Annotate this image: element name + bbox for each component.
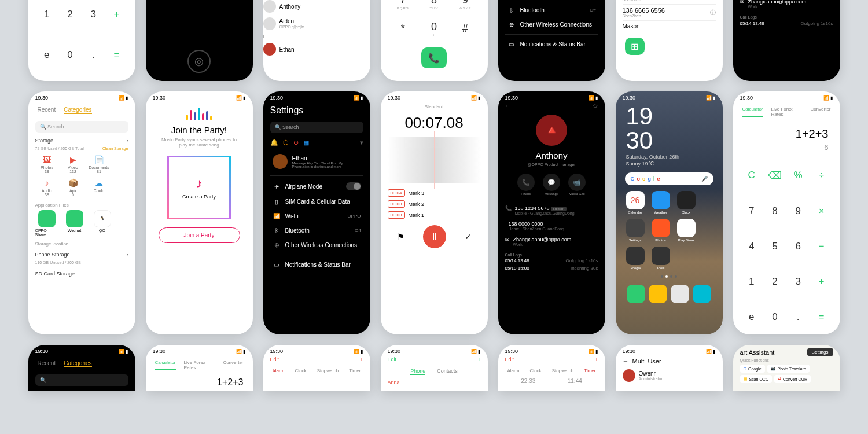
storage-section[interactable]: Storage›: [35, 135, 128, 146]
key-plus[interactable]: +: [105, 0, 128, 35]
clean-storage[interactable]: Clean Storage: [102, 146, 128, 150]
app-calendar[interactable]: 26Calendar: [625, 191, 646, 214]
airplane-mode[interactable]: ✈Airplane Mode: [270, 178, 363, 194]
tab-categories[interactable]: Categories: [64, 360, 91, 367]
fingerprint-icon[interactable]: ◎: [187, 50, 211, 73]
edit[interactable]: Edit: [505, 356, 514, 362]
key-9[interactable]: 9WXYZ: [454, 0, 476, 13]
pause-button[interactable]: ⏸: [423, 225, 446, 248]
key-8[interactable]: 8TUV: [423, 0, 445, 13]
dock-3[interactable]: [670, 285, 690, 304]
dock-1[interactable]: [626, 285, 646, 304]
contact-item[interactable]: Ethan: [263, 41, 370, 58]
call-button[interactable]: 📞: [421, 47, 447, 68]
tab-calc[interactable]: Calculator: [742, 106, 763, 117]
qf-google[interactable]: GGoogle: [740, 365, 765, 373]
email[interactable]: ✉Zhangxiaoou@oppo.comWork: [505, 234, 598, 249]
search-input[interactable]: 🔍 Search: [35, 121, 128, 133]
edit[interactable]: Edit: [388, 356, 397, 362]
dock-4[interactable]: [692, 285, 712, 304]
app-settings[interactable]: Settings: [625, 219, 646, 242]
key-del[interactable]: ⌫: [763, 157, 786, 193]
app-tools[interactable]: Tools: [650, 247, 671, 270]
key-star[interactable]: *: [392, 17, 414, 39]
app-google[interactable]: Google: [625, 247, 646, 270]
key-sub[interactable]: −: [810, 229, 833, 264]
key-0[interactable]: 0: [763, 299, 786, 334]
app-wechat[interactable]: Wechat: [63, 210, 86, 237]
app-clock[interactable]: Clock: [676, 191, 697, 214]
app-qq[interactable]: 🐧QQ: [91, 210, 114, 237]
join-party-button[interactable]: Join a Party: [159, 227, 240, 243]
mark-item[interactable]: 00:03Mark 1: [388, 209, 481, 220]
phone-storage[interactable]: Phone Storage›: [35, 249, 128, 260]
phone-1[interactable]: 📞138 1234 5678 RecentMobile · GuangZhou,…: [505, 203, 598, 218]
app-photos[interactable]: Photos: [650, 219, 671, 242]
key-eq[interactable]: =: [810, 299, 833, 334]
key-8[interactable]: 8: [763, 193, 786, 229]
cat-apk[interactable]: 📦Apk6: [61, 177, 85, 198]
key-2[interactable]: 2: [58, 0, 82, 35]
settings-notifications[interactable]: ▭Notifications & Status Bar: [505, 37, 598, 52]
google-search[interactable]: Google🎤: [625, 172, 713, 185]
edit[interactable]: Edit: [270, 356, 279, 362]
dock-2[interactable]: [648, 285, 668, 304]
wireless[interactable]: ⊕Other Wireless Connections: [270, 238, 363, 252]
user-account[interactable]: EthanMessage Hey Tap Cloud,Find My Phone…: [270, 150, 363, 173]
add[interactable]: +: [477, 356, 480, 362]
user-owner[interactable]: OwenrAdministrator: [623, 367, 716, 384]
settings-btn[interactable]: Settings: [807, 348, 833, 356]
key-1[interactable]: 1: [35, 0, 58, 35]
email[interactable]: ✉Zhangxiaoou@oppo.comWork: [740, 0, 833, 12]
key-3[interactable]: 3: [786, 264, 810, 299]
app-weather[interactable]: Weather: [650, 191, 671, 214]
key-clear[interactable]: C: [740, 157, 763, 193]
contact-item[interactable]: AidenOPPO 设计师: [263, 15, 370, 32]
key-6[interactable]: 6: [786, 229, 810, 264]
key-7[interactable]: 7: [740, 193, 763, 229]
key-dot[interactable]: .: [786, 299, 810, 334]
qf-convert[interactable]: ⇄Convert OUR: [774, 375, 811, 383]
search[interactable]: 🔍: [35, 374, 128, 386]
key-0[interactable]: 0+: [423, 17, 445, 39]
cat-photos[interactable]: 🖼Photos38: [35, 154, 59, 175]
key-dot[interactable]: .: [82, 35, 105, 75]
create-party-button[interactable]: ♪ Create a Party: [167, 156, 231, 219]
add[interactable]: +: [360, 356, 363, 362]
flag-button[interactable]: ⚑: [397, 232, 404, 241]
app-playstore[interactable]: ▶Play Store: [676, 219, 697, 242]
key-1[interactable]: 1: [740, 264, 763, 299]
key-add[interactable]: +: [810, 264, 833, 299]
key-hash[interactable]: #: [454, 17, 476, 39]
tab-recent[interactable]: Recent: [38, 106, 56, 114]
done-button[interactable]: ✓: [465, 232, 472, 241]
sim-card[interactable]: ▯SIM Card & Cellular Data: [270, 194, 363, 209]
wifi[interactable]: 📶Wi-FiOPPO: [270, 209, 363, 223]
cat-audio[interactable]: ♪Audio38: [35, 177, 59, 198]
tab-recent[interactable]: Recent: [38, 360, 56, 367]
tab-forex[interactable]: Live Forex Rates: [771, 106, 803, 117]
star-button[interactable]: ☆: [592, 102, 598, 110]
key-9[interactable]: 9: [786, 193, 810, 229]
settings-wireless[interactable]: ⊕Other Wireless Connections: [505, 17, 598, 32]
cat-cloud[interactable]: ☁Could: [87, 177, 111, 198]
key-3[interactable]: 3: [82, 0, 105, 35]
key-e[interactable]: e: [35, 35, 58, 75]
video-action[interactable]: 📹: [568, 174, 586, 191]
add[interactable]: +: [595, 356, 598, 362]
key-pct[interactable]: %: [786, 157, 810, 193]
message-action[interactable]: 💬: [543, 174, 560, 191]
key-e[interactable]: e: [740, 299, 763, 334]
key-0[interactable]: 0: [58, 35, 82, 75]
log-item[interactable]: 138 0000 0000ShenZhenⓘ: [623, 0, 716, 5]
qf-photo[interactable]: 📷Photo Translate: [767, 365, 810, 373]
log-item[interactable]: 136 6665 6556ShenZhenⓘ: [623, 5, 716, 21]
key-5[interactable]: 5: [763, 229, 786, 264]
key-4[interactable]: 4: [740, 229, 763, 264]
contact-item[interactable]: Anthony: [263, 0, 370, 15]
search-input[interactable]: 🔍 Search: [270, 122, 363, 133]
cat-video[interactable]: ▶Video132: [61, 154, 85, 175]
dial-button[interactable]: ⊞: [625, 38, 645, 55]
key-div[interactable]: ÷: [810, 157, 833, 193]
mark-item[interactable]: 00:04Mark 3: [388, 187, 481, 198]
